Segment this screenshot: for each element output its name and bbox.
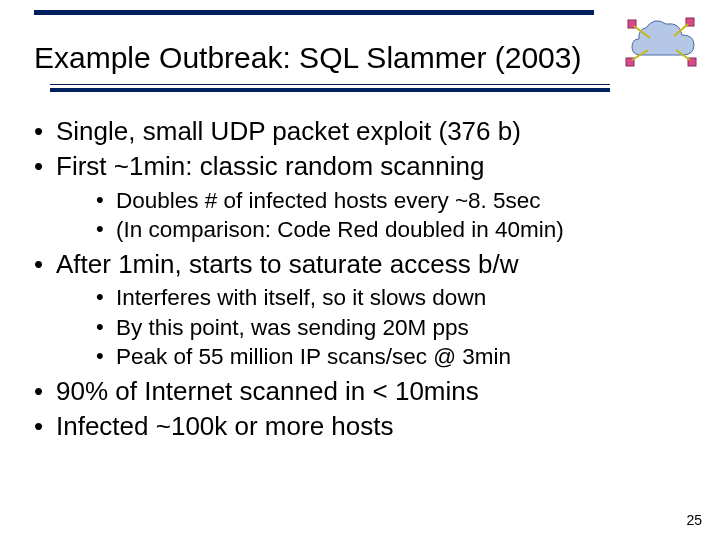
list-item: After 1min, starts to saturate access b/…: [34, 248, 690, 371]
network-cloud-icon: [624, 14, 702, 72]
bullet-text: (In comparison: Code Red doubled in 40mi…: [116, 217, 564, 242]
list-item: First ~1min: classic random scanning Dou…: [34, 150, 690, 244]
list-item: By this point, was sending 20M pps: [96, 313, 690, 342]
bullet-text: After 1min, starts to saturate access b/…: [56, 249, 518, 279]
bullet-text: Doubles # of infected hosts every ~8. 5s…: [116, 188, 541, 213]
bullet-text: Infected ~100k or more hosts: [56, 411, 393, 441]
bullet-text: First ~1min: classic random scanning: [56, 151, 484, 181]
list-item: Interferes with itself, so it slows down: [96, 283, 690, 312]
decorative-rule: [50, 88, 610, 92]
bullet-text: 90% of Internet scanned in < 10mins: [56, 376, 479, 406]
decorative-rule: [50, 84, 610, 85]
list-item: (In comparison: Code Red doubled in 40mi…: [96, 215, 690, 244]
list-item: Peak of 55 million IP scans/sec @ 3min: [96, 342, 690, 371]
list-item: Infected ~100k or more hosts: [34, 410, 690, 443]
page-number: 25: [686, 512, 702, 528]
slide: Example Outbreak: SQL Slammer (2003) Sin…: [0, 0, 720, 540]
list-item: Doubles # of infected hosts every ~8. 5s…: [96, 186, 690, 215]
bullet-text: By this point, was sending 20M pps: [116, 315, 469, 340]
sub-list: Interferes with itself, so it slows down…: [56, 283, 690, 371]
slide-title: Example Outbreak: SQL Slammer (2003): [34, 22, 700, 76]
decorative-rule: [34, 14, 594, 15]
list-item: Single, small UDP packet exploit (376 b): [34, 115, 690, 148]
bullet-text: Peak of 55 million IP scans/sec @ 3min: [116, 344, 511, 369]
bullet-list: Single, small UDP packet exploit (376 b)…: [34, 115, 690, 444]
bullet-text: Interferes with itself, so it slows down: [116, 285, 486, 310]
content-area: Single, small UDP packet exploit (376 b)…: [34, 115, 690, 446]
list-item: 90% of Internet scanned in < 10mins: [34, 375, 690, 408]
bullet-text: Single, small UDP packet exploit (376 b): [56, 116, 521, 146]
sub-list: Doubles # of infected hosts every ~8. 5s…: [56, 186, 690, 245]
